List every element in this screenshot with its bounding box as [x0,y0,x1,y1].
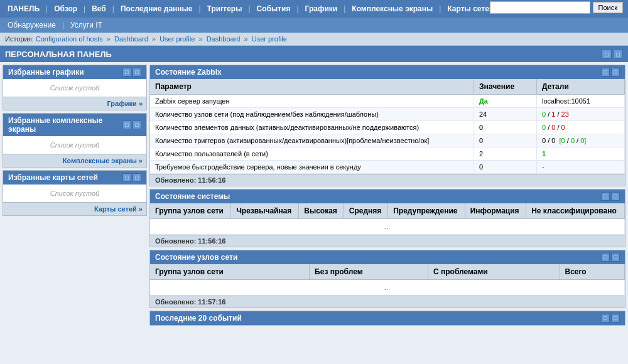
system-col-header: Информация [465,203,526,219]
graphs-widget-footer: Графики » [3,97,146,110]
system-status-widget: Состояние системы □ □ Группа узлов сетиЧ… [149,189,625,247]
zabbix-status-header: Состояние Zabbix □ □ [150,65,625,79]
system-col-header: Чрезвычайная [231,203,299,219]
status-value: 0 [474,121,537,134]
col-value: Значение [474,79,537,95]
maps-widget-header: Избранные карты сетей □ □ [3,171,146,185]
search-button[interactable]: Поиск [593,2,623,13]
system-status-btn-1[interactable]: □ [601,192,610,201]
zabbix-status-table: Параметр Значение Детали Zabbix сервер з… [150,79,625,174]
status-param: Количество узлов сети (под наблюдением/б… [150,108,474,121]
hosts-status-title: Состояние узлов сети [155,253,237,262]
status-param: Требуемое быстродействие сервера, новые … [150,161,474,174]
screens-widget-btn-1[interactable]: □ [122,120,131,129]
maps-widget-btn-1[interactable]: □ [122,173,131,182]
screens-widget-btn-2[interactable]: □ [133,120,141,129]
zabbix-status-widget: Состояние Zabbix □ □ Параметр Значение Д… [149,65,625,186]
hosts-status-table: Группа узлов сетиБез проблемС проблемами… [150,264,625,296]
breadcrumb-link-5[interactable]: User profile [252,35,287,43]
zabbix-status-btn-1[interactable]: □ [601,68,610,77]
maps-widget-btn-2[interactable]: □ [133,173,141,182]
breadcrumb-link-4[interactable]: Dashboard [207,35,241,43]
hosts-col-header: Группа узлов сети [150,264,310,280]
system-status-dots-row: ... [150,219,625,235]
page-title: ПЕРСОНАЛЬНАЯ ПАНЕЛЬ [5,50,112,59]
breadcrumb-link-3[interactable]: User profile [160,35,195,43]
events-btn-2[interactable]: □ [611,314,620,323]
screens-widget-empty: Список пустой [3,136,146,154]
graphs-widget-link[interactable]: Графики » [107,100,143,107]
table-row: Требуемое быстродействие сервера, новые … [150,161,625,174]
status-details: localhost:10051 [537,95,625,108]
breadcrumb-link-1[interactable]: Configuration of hosts [36,35,103,43]
main-layout: Избранные графики □ □ Список пустой Граф… [0,62,628,328]
nav-web[interactable]: Веб [87,2,111,16]
screens-widget-link[interactable]: Комплексные экраны » [63,157,143,164]
search-area: Поиск [490,1,623,14]
nav-events[interactable]: События [252,2,296,16]
nav-panel[interactable]: ПАНЕЛЬ [3,2,45,16]
top-nav: ПАНЕЛЬ | Обзор | Веб | Последние данные … [0,0,628,18]
status-value: 0 [474,134,537,147]
system-status-updated: Обновлено: 11:56:16 [150,235,625,247]
nav-triggers[interactable]: Триггеры [202,2,247,16]
hosts-status-btn-2[interactable]: □ [611,253,620,262]
nav-discovery[interactable]: Обнаружение [3,19,61,31]
system-col-header: Предупреждение [388,203,465,219]
graphs-widget-btn-2[interactable]: □ [133,68,141,77]
events-btn-1[interactable]: □ [601,314,610,323]
system-col-header: Средняя [344,203,387,219]
status-param: Количество пользователей (в сети) [150,147,474,161]
hosts-col-header: Без проблем [310,264,428,280]
page-title-btn-1[interactable]: □ [602,49,612,59]
hosts-col-header: Всего [560,264,624,280]
status-details: 0 / 1 / 23 [537,108,625,121]
system-col-header: Группа узлов сети [150,203,231,219]
status-details: 1 [537,147,625,161]
system-status-title: Состояние системы [155,192,230,201]
status-value: 0 [474,161,537,174]
nav-latest-data[interactable]: Последние данные [116,2,198,16]
table-row: Количество элементов данных (активных/де… [150,121,625,134]
nav-graphs[interactable]: Графики [300,2,343,16]
breadcrumb: История: Configuration of hosts » Dashbo… [0,33,628,46]
breadcrumb-link-2[interactable]: Dashboard [114,35,148,43]
table-row: Количество триггеров (активированных/деа… [150,134,625,147]
system-col-header: Не классифицировано [526,203,625,219]
status-details: 0 / 0 / 0 [537,121,625,134]
search-input[interactable] [490,1,590,14]
status-value: Да [474,95,537,108]
zabbix-status-btn-2[interactable]: □ [611,68,620,77]
hosts-status-btn-1[interactable]: □ [601,253,610,262]
table-row: Количество пользователей (в сети)21 [150,147,625,161]
hosts-status-widget: Состояние узлов сети □ □ Группа узлов се… [149,250,625,308]
system-status-btn-2[interactable]: □ [611,192,620,201]
status-param: Количество элементов данных (активных/де… [150,121,474,134]
nav-screens[interactable]: Комплексные экраны [347,2,438,16]
table-row: Количество узлов сети (под наблюдением/б… [150,108,625,121]
zabbix-status-updated: Обновлено: 11:56:16 [150,174,625,186]
table-row: Zabbix сервер запущенДаlocalhost:10051 [150,95,625,108]
hosts-status-updated: Обновлено: 11:57:16 [150,296,625,308]
nav-overview[interactable]: Обзор [49,2,82,16]
maps-widget-link[interactable]: Карты сетей » [94,205,143,213]
page-title-buttons: □ □ [602,49,623,59]
graphs-widget-btn-1[interactable]: □ [122,68,131,77]
maps-widget-empty: Список пустой [3,185,146,202]
zabbix-status-title: Состояние Zabbix [155,68,222,77]
col-param: Параметр [150,79,474,95]
left-sidebar: Избранные графики □ □ Список пустой Граф… [3,65,147,326]
breadcrumb-label: История: [5,35,36,43]
maps-widget-title: Избранные карты сетей [8,173,98,182]
nav-it-services[interactable]: Услуги IT [65,19,107,31]
graphs-widget: Избранные графики □ □ Список пустой Граф… [3,65,147,110]
screens-widget-header: Избранные комплексные экраны □ □ [3,114,146,136]
page-title-bar: ПЕРСОНАЛЬНАЯ ПАНЕЛЬ □ □ [0,46,628,62]
page-title-btn-2[interactable]: □ [613,49,623,59]
status-param: Zabbix сервер запущен [150,95,474,108]
screens-widget-title: Избранные комплексные экраны [8,116,122,134]
maps-widget-footer: Карты сетей » [3,202,146,215]
hosts-col-header: С проблемами [428,264,560,280]
events-header: Последние 20 событий □ □ [150,311,625,325]
status-details: - [537,161,625,174]
